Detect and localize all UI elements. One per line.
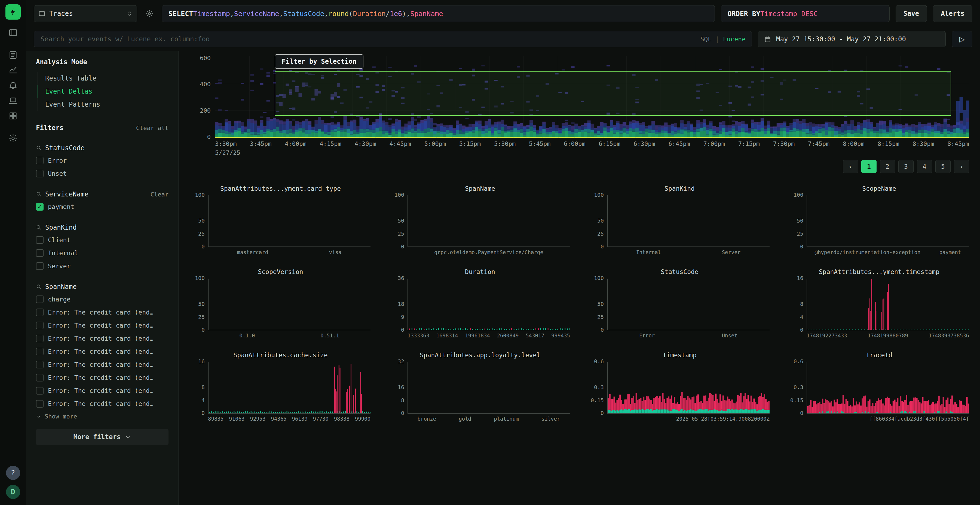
mini-chart-plot[interactable] — [208, 195, 371, 247]
line-chart-icon[interactable] — [5, 63, 22, 78]
language-divider: | — [715, 36, 719, 43]
date-range-picker[interactable]: May 27 15:30:00 - May 27 21:00:00 — [758, 31, 946, 48]
filter-option[interactable]: Client — [36, 236, 169, 245]
checkbox[interactable] — [36, 249, 43, 257]
chart-selection[interactable] — [275, 71, 951, 116]
order-by-input[interactable]: ORDER BY Timestamp DESC — [721, 5, 889, 22]
filter-option[interactable]: Error: The credit card (end… — [36, 373, 169, 382]
checkbox[interactable] — [36, 262, 43, 270]
page-4-button[interactable]: 4 — [917, 160, 932, 173]
laptop-icon[interactable] — [5, 93, 22, 108]
page-2-button[interactable]: 2 — [880, 160, 895, 173]
panel-toggle-icon[interactable] — [5, 25, 22, 40]
mini-chart-plot[interactable] — [607, 362, 770, 414]
events-histogram: 6004002000 Filter by Selection — [191, 56, 969, 138]
checkbox[interactable] — [36, 348, 43, 355]
filter-option-label: Error: The credit card (end… — [48, 387, 154, 394]
x-tick-label: 4:45pm — [390, 140, 411, 147]
search-input[interactable] — [40, 35, 695, 43]
bar-container — [608, 195, 770, 246]
query-token: Duration — [353, 10, 385, 18]
filter-option[interactable]: Error: The credit card (end… — [36, 347, 169, 356]
histogram-plot[interactable]: Filter by Selection — [215, 56, 969, 138]
filter-option[interactable]: Unset — [36, 169, 169, 178]
mini-chart-x-axis: 1333363169831419961834260084954301799943… — [407, 332, 570, 338]
lightning-icon — [9, 8, 17, 16]
more-filters-button[interactable]: More filters — [36, 429, 169, 445]
run-query-button[interactable]: ▷ — [952, 31, 972, 48]
mini-chart-x-axis: 174819227343317481998807891748393738536 — [807, 332, 969, 338]
filter-option[interactable]: Error: The credit card (end… — [36, 360, 169, 369]
sql-mode-button[interactable]: SQL — [700, 36, 712, 43]
checkbox[interactable] — [36, 335, 43, 342]
filter-option[interactable]: Error: The credit card (end… — [36, 308, 169, 317]
filter-option[interactable]: Internal — [36, 249, 169, 257]
filter-option[interactable]: charge — [36, 295, 169, 304]
analysis-mode-event-patterns[interactable]: Event Patterns — [38, 98, 169, 111]
mini-chart-plot[interactable] — [407, 195, 570, 247]
save-button[interactable]: Save — [896, 5, 927, 22]
avatar[interactable]: D — [6, 485, 20, 499]
page-3-button[interactable]: 3 — [898, 160, 913, 173]
grid-icon[interactable] — [5, 108, 22, 124]
mini-chart-plot[interactable] — [208, 279, 371, 330]
sql-select-input[interactable]: SELECT Timestamp,ServiceName,StatusCode,… — [162, 5, 715, 22]
filter-option[interactable]: Error: The credit card (end… — [36, 399, 169, 408]
source-settings-gear-icon[interactable] — [143, 7, 156, 20]
filter-option-label: Error: The credit card (end… — [48, 309, 154, 316]
checkbox[interactable] — [36, 203, 43, 211]
checkbox[interactable] — [36, 308, 43, 316]
filter-option[interactable]: payment — [36, 202, 169, 211]
analysis-mode-results-table[interactable]: Results Table — [38, 72, 169, 85]
filter-option[interactable]: Error — [36, 156, 169, 165]
mini-chart-plot[interactable] — [607, 279, 770, 330]
mini-chart-canvas — [807, 362, 969, 413]
x-tick-label: 3:45pm — [250, 140, 271, 147]
mini-chart-y-axis: 10050250 — [590, 195, 607, 247]
app-logo[interactable] — [5, 4, 21, 20]
page-1-button[interactable]: 1 — [861, 160, 877, 173]
checkbox[interactable] — [36, 361, 43, 368]
help-button[interactable]: ? — [6, 466, 20, 480]
clear-all-button[interactable]: Clear all — [136, 125, 169, 132]
checkbox[interactable] — [36, 387, 43, 395]
filter-option[interactable]: Error: The credit card (end… — [36, 386, 169, 395]
checkbox[interactable] — [36, 374, 43, 381]
filter-option[interactable]: Server — [36, 262, 169, 270]
source-select[interactable]: Traces — [34, 5, 137, 22]
mini-chart-plot[interactable] — [407, 362, 570, 414]
page-next-button[interactable]: › — [954, 160, 969, 173]
lucene-mode-button[interactable]: Lucene — [723, 36, 746, 43]
query-token: , — [406, 10, 410, 18]
y-tick-label: 36 — [398, 275, 404, 281]
mini-chart-plot[interactable] — [407, 279, 570, 330]
filter-option[interactable]: Error: The credit card (end… — [36, 334, 169, 343]
filter-clear-button[interactable]: Clear — [151, 191, 169, 198]
x-tick-label: 89835 — [208, 416, 223, 422]
mini-chart-plot[interactable] — [807, 195, 969, 247]
checkbox[interactable] — [36, 170, 43, 178]
checkbox[interactable] — [36, 400, 43, 408]
checkbox[interactable] — [36, 157, 43, 164]
gear-icon[interactable] — [5, 130, 22, 146]
page-5-button[interactable]: 5 — [935, 160, 951, 173]
mini-chart-plot[interactable] — [807, 279, 969, 330]
logs-icon[interactable] — [5, 48, 22, 63]
page-prev-button[interactable]: ‹ — [843, 160, 858, 173]
bell-icon[interactable] — [5, 78, 22, 93]
alerts-button[interactable]: Alerts — [933, 5, 972, 22]
checkbox[interactable] — [36, 322, 43, 329]
checkbox[interactable] — [36, 295, 43, 303]
x-tick-label: 2600849 — [497, 332, 519, 338]
filter-option[interactable]: Error: The credit card (end… — [36, 321, 169, 330]
search-bar[interactable]: SQL | Lucene — [34, 31, 752, 48]
filter-by-selection-button[interactable]: Filter by Selection — [275, 54, 364, 68]
analysis-mode-event-deltas[interactable]: Event Deltas — [38, 85, 169, 98]
mini-chart-plot[interactable] — [607, 195, 770, 247]
x-tick-label: visa — [329, 249, 342, 255]
mini-chart-plot[interactable] — [208, 362, 371, 414]
checkbox[interactable] — [36, 236, 43, 244]
show-more-button[interactable]: Show more — [36, 413, 169, 420]
mini-chart-plot[interactable] — [807, 362, 969, 414]
mini-chart-title: SpanAttributes...yment.card_type — [191, 185, 371, 192]
